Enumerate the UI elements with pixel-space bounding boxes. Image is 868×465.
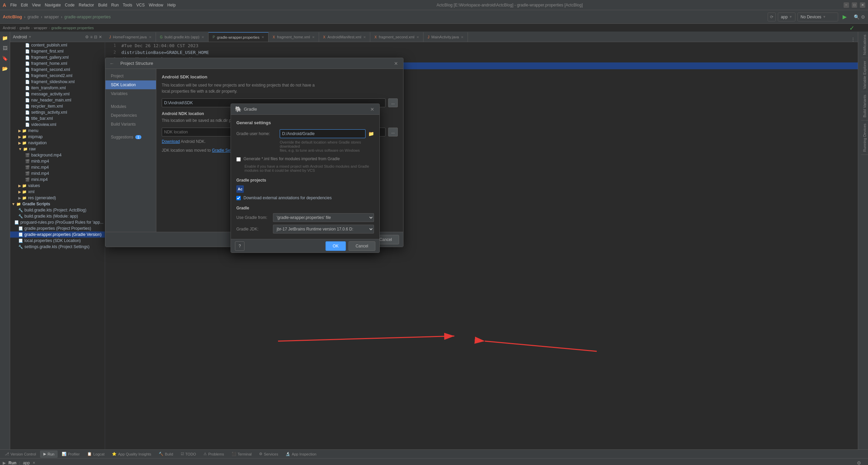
tree-item[interactable]: 📄 fragment_second.xml	[10, 67, 105, 73]
gradle-ok-button[interactable]: OK	[326, 241, 346, 251]
resource-manager-button[interactable]: 🖼	[0, 43, 10, 53]
tab-profiler[interactable]: 📊 Profiler	[58, 450, 83, 458]
project-icon-button[interactable]: 📁	[0, 33, 10, 43]
minimize-button[interactable]: −	[844, 2, 849, 8]
tree-item[interactable]: 📄 fragment_gallery.xml	[10, 54, 105, 60]
tab-gradle-wrapper[interactable]: P gradle-wrapper.properties ✕	[209, 32, 269, 42]
dialog-close-button[interactable]: ✕	[393, 60, 399, 67]
menu-window[interactable]: Window	[149, 3, 163, 7]
tab-close-icon[interactable]: ✕	[363, 35, 366, 39]
tree-item[interactable]: 📄 fragment_first.xml	[10, 48, 105, 54]
tree-item-selected[interactable]: 📃 gradle-wrapper.properties (Gradle Vers…	[10, 231, 105, 238]
breadcrumb-gradle[interactable]: gradle	[20, 26, 30, 30]
breadcrumb-wrapper[interactable]: wrapper	[34, 26, 47, 30]
tab-android-manifest[interactable]: X AndroidManifest.xml ✕	[319, 32, 370, 42]
tree-item[interactable]: 📃 local.properties (SDK Location)	[10, 238, 105, 244]
tab-app-quality[interactable]: ⭐ App Quality Insights	[108, 450, 155, 458]
menu-navigate[interactable]: Navigate	[45, 3, 61, 7]
sdk-browse-button[interactable]: ...	[388, 98, 398, 107]
nav-modules[interactable]: Modules	[105, 102, 156, 111]
menu-edit[interactable]: Edit	[21, 3, 28, 7]
breadcrumb-android[interactable]: Android	[3, 26, 16, 30]
tree-item[interactable]: 📄 fragment_second2.xml	[10, 73, 105, 79]
window-controls[interactable]: − □ ✕	[844, 2, 865, 8]
tab-services[interactable]: ⚙ Services	[256, 450, 281, 458]
tree-item[interactable]: ▼ 📁 raw	[10, 146, 105, 152]
tree-item[interactable]: 🔧 build.gradle.kts (Project: ActcBlog)	[10, 207, 105, 213]
tree-item[interactable]: ▶ 📁 menu	[10, 128, 105, 134]
tab-home-fragment[interactable]: J HomeFragment.java ✕	[105, 32, 156, 42]
tree-item[interactable]: 📃 gradle.properties (Project Properties)	[10, 225, 105, 231]
user-home-input[interactable]	[280, 129, 366, 138]
tab-fragment-second[interactable]: X fragment_second.xml ✕	[370, 32, 423, 42]
nav-build-variants[interactable]: Build Variants	[105, 120, 156, 129]
menu-vcs[interactable]: VCS	[136, 3, 145, 7]
project-icon2[interactable]: 📂	[0, 64, 10, 73]
download-annotations-checkbox[interactable]	[236, 196, 241, 200]
close-button[interactable]: ✕	[860, 2, 865, 8]
gradle-help-button[interactable]: ?	[235, 241, 244, 251]
settings-button[interactable]: ⚙	[861, 14, 865, 20]
download-link[interactable]: Download	[162, 139, 180, 144]
search-button[interactable]: 🔍	[854, 14, 860, 20]
device-selector[interactable]: No Devices ▼	[797, 13, 838, 21]
menu-tools[interactable]: Tools	[123, 3, 132, 7]
tree-item[interactable]: ▶ 📁 navigation	[10, 140, 105, 146]
variable-explorer-panel[interactable]: Variable Explorer	[861, 58, 868, 92]
tree-item[interactable]: 📄 nav_header_main.xml	[10, 97, 105, 103]
tree-item[interactable]: 📄 title_bar.xml	[10, 115, 105, 122]
build-variants-panel[interactable]: Build Variants	[861, 92, 868, 120]
tree-item[interactable]: 📄 message_activity.xml	[10, 91, 105, 97]
use-gradle-select[interactable]: 'gradle-wrapper.properties' file	[273, 213, 374, 222]
notifications-panel[interactable]: Notifications	[861, 32, 868, 58]
user-home-folder-icon[interactable]: 📁	[368, 131, 374, 136]
tab-main-activity[interactable]: J MainActivity.java ✕	[423, 32, 468, 42]
tab-problems[interactable]: ⚠ Problems	[200, 450, 227, 458]
tree-item[interactable]: 🎬 minb.mp4	[10, 158, 105, 164]
tab-close-icon[interactable]: ✕	[201, 35, 204, 39]
tree-item[interactable]: 🎬 minc.mp4	[10, 164, 105, 170]
running-devices-panel[interactable]: Running Devices	[861, 121, 868, 155]
tree-item[interactable]: ▶ 📁 res (generated)	[10, 195, 105, 201]
tab-logcat[interactable]: 📋 Logcat	[84, 450, 108, 458]
tree-item[interactable]: 📄 item_transform.xml	[10, 85, 105, 91]
tree-item[interactable]: ▶ 📁 mipmap	[10, 134, 105, 140]
tree-item[interactable]: 📄 recycler_item.xml	[10, 103, 105, 109]
tree-item[interactable]: 📃 proguard-rules.pro (ProGuard Rules for…	[10, 219, 105, 225]
tree-item[interactable]: 🔧 settings.gradle.kts (Project Settings)	[10, 244, 105, 250]
tree-collapse-icon[interactable]: ⊟	[94, 35, 97, 39]
tab-fragment-home[interactable]: X fragment_home.xml ✕	[269, 32, 319, 42]
more-tabs-button[interactable]: ⋮	[848, 37, 858, 42]
tab-close-icon[interactable]: ✕	[416, 35, 419, 39]
tab-app-inspection[interactable]: 🔬 App Inspection	[282, 450, 320, 458]
tree-item[interactable]: 📄 videoview.xml	[10, 122, 105, 128]
gradle-cancel-button[interactable]: Cancel	[349, 241, 375, 251]
menu-code[interactable]: Code	[65, 3, 75, 7]
android-dropdown[interactable]: ▼	[28, 35, 32, 39]
tab-todo[interactable]: ☑ TODO	[177, 450, 200, 458]
run-panel-close[interactable]: ✕	[33, 461, 35, 465]
tree-item[interactable]: 📄 content_publish.xml	[10, 42, 105, 48]
tab-close-icon[interactable]: ✕	[461, 35, 463, 39]
tree-item[interactable]: 📄 fragment_home.xml	[10, 60, 105, 67]
tree-close-icon[interactable]: ✕	[99, 35, 102, 39]
tab-close-icon[interactable]: ✕	[149, 35, 152, 39]
bookmarks-button[interactable]: 🔖	[0, 54, 10, 63]
tree-filter-icon[interactable]: ≡	[90, 35, 93, 39]
gradle-jdk-select[interactable]: jbr-17 JetBrains Runtime version 17.0.6 …	[273, 225, 374, 234]
tree-item[interactable]: ▶ 📁 xml	[10, 189, 105, 195]
dialog-forward-button[interactable]: →	[116, 61, 120, 66]
nav-project[interactable]: Project	[105, 72, 156, 80]
tab-close-icon[interactable]: ✕	[261, 35, 264, 39]
nav-variables[interactable]: Variables	[105, 89, 156, 98]
run-settings-icon[interactable]: ⚙	[857, 460, 861, 465]
menu-help[interactable]: Help	[167, 3, 176, 7]
menu-build[interactable]: Build	[98, 3, 107, 7]
run-minimize-icon[interactable]: _	[863, 460, 865, 465]
nav-suggestions[interactable]: Suggestions 1	[105, 133, 156, 142]
run-button[interactable]: ▶	[840, 13, 849, 21]
tree-item[interactable]: 🎬 mini.mp4	[10, 176, 105, 183]
menu-refactor[interactable]: Refactor	[79, 3, 94, 7]
nav-dependencies[interactable]: Dependencies	[105, 111, 156, 120]
dialog-back-button[interactable]: ←	[110, 61, 114, 66]
